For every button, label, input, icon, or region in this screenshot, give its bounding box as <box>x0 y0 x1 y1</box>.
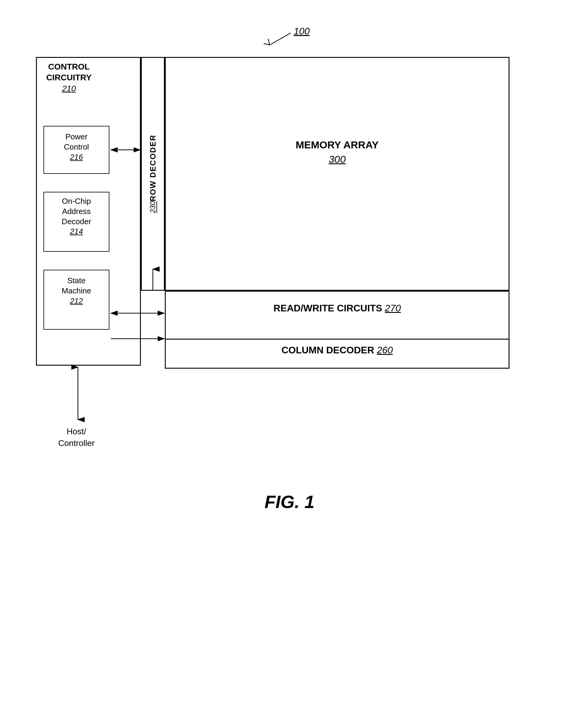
power-control-ref: 216 <box>70 153 83 161</box>
memory-array-text: MEMORY ARRAY <box>295 139 378 151</box>
power-control-label: PowerControl 216 <box>47 132 106 162</box>
memory-array-label: MEMORY ARRAY 300 <box>165 138 509 166</box>
readwrite-box <box>165 291 509 339</box>
column-decoder-text: COLUMN DECODER <box>282 345 374 356</box>
memory-array-box <box>165 57 509 291</box>
address-decoder-label: On-ChipAddressDecoder 214 <box>47 196 106 237</box>
svg-line-2 <box>268 39 270 45</box>
svg-line-0 <box>270 33 291 45</box>
state-machine-ref: 212 <box>70 296 83 305</box>
control-circuitry-ref: 210 <box>62 84 76 93</box>
readwrite-label: READ/WRITE CIRCUITS 270 <box>165 303 509 314</box>
readwrite-text: READ/WRITE CIRCUITS <box>273 303 383 313</box>
figure-caption-text: FIG. 1 <box>265 492 315 512</box>
readwrite-ref: 270 <box>385 303 401 313</box>
reference-label-100: 100 <box>246 27 336 51</box>
state-machine-label: StateMachine 212 <box>47 276 106 306</box>
row-decoder-ref: 230 <box>149 201 157 213</box>
row-decoder-text: ROW DECODER <box>148 135 158 201</box>
memory-array-ref: 300 <box>329 153 346 165</box>
svg-line-1 <box>264 44 270 45</box>
host-label-text: Host/Controller <box>58 427 95 448</box>
svg-text:100: 100 <box>294 27 310 36</box>
column-decoder-ref: 260 <box>377 345 393 356</box>
control-circuitry-text: CONTROLCIRCUITRY <box>46 62 91 82</box>
control-circuitry-label: CONTROLCIRCUITRY 210 <box>39 61 99 94</box>
host-controller-label: Host/Controller <box>47 425 106 449</box>
figure-caption: FIG. 1 <box>0 492 579 512</box>
address-decoder-ref: 214 <box>70 227 83 236</box>
diagram-container: 100 CONTROLCIRCUITRY 210 PowerControl 21… <box>0 24 579 713</box>
column-decoder-label: COLUMN DECODER 260 <box>165 345 509 356</box>
row-decoder-label: ROW DECODER 230 <box>142 84 163 264</box>
